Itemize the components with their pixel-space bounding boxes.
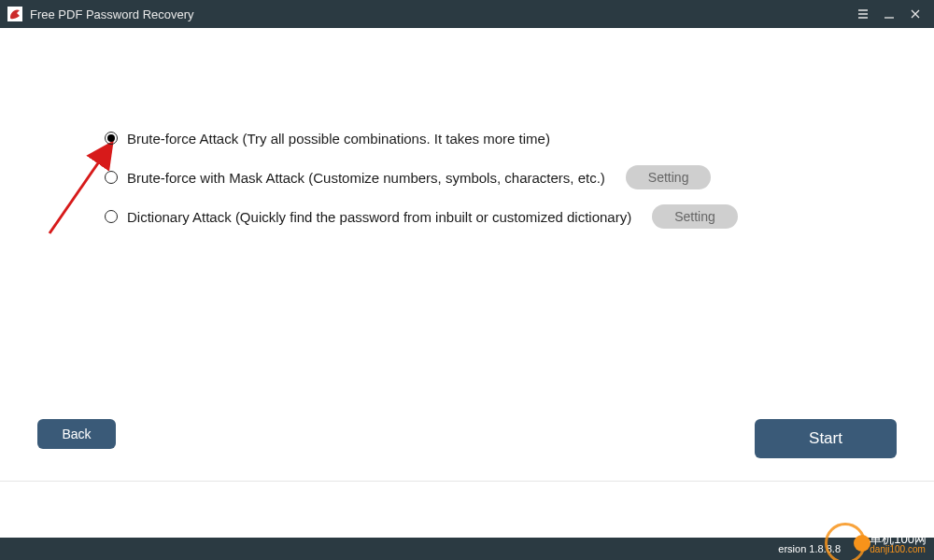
menu-icon[interactable]	[852, 3, 874, 25]
radio-brute-force[interactable]	[105, 132, 118, 145]
main-content: Brute-force Attack (Try all possible com…	[0, 28, 934, 538]
setting-button-mask[interactable]: Setting	[626, 165, 712, 189]
watermark-logo-icon	[825, 523, 866, 560]
option-label: Dictionary Attack (Quickly find the pass…	[127, 209, 631, 225]
option-mask-attack[interactable]: Brute-force with Mask Attack (Customize …	[105, 159, 738, 196]
app-title: Free PDF Password Recovery	[30, 7, 194, 21]
setting-button-dictionary[interactable]: Setting	[652, 204, 738, 229]
minimize-icon[interactable]	[878, 3, 900, 25]
divider	[0, 481, 934, 482]
option-dictionary-attack[interactable]: Dictionary Attack (Quickly find the pass…	[105, 198, 738, 235]
option-label: Brute-force Attack (Try all possible com…	[127, 131, 550, 147]
option-label: Brute-force with Mask Attack (Customize …	[127, 170, 605, 186]
watermark: 单机100网 danji100.com	[825, 517, 927, 558]
option-brute-force[interactable]: Brute-force Attack (Try all possible com…	[105, 119, 738, 157]
start-button[interactable]: Start	[755, 419, 897, 458]
watermark-text-en: danji100.com	[870, 545, 927, 554]
app-icon	[7, 7, 22, 21]
status-bar: ersion 1.8.8.8	[0, 538, 934, 560]
radio-dictionary-attack[interactable]	[105, 210, 118, 223]
close-icon[interactable]	[904, 3, 927, 25]
radio-mask-attack[interactable]	[105, 171, 118, 184]
back-button[interactable]: Back	[37, 419, 116, 449]
attack-options: Brute-force Attack (Try all possible com…	[105, 119, 738, 237]
titlebar: Free PDF Password Recovery	[0, 0, 934, 28]
